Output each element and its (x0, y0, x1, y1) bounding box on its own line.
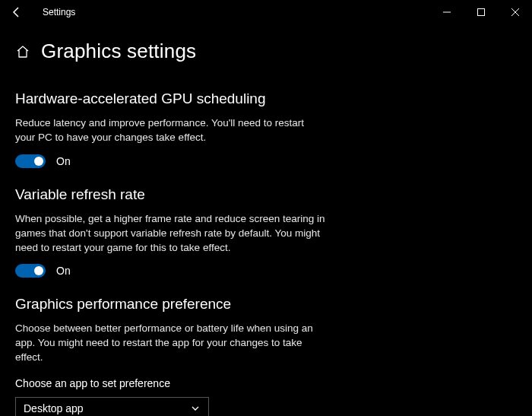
chevron-down-icon (190, 403, 201, 414)
maximize-button[interactable] (464, 0, 498, 24)
app-type-select[interactable]: Desktop app (15, 397, 209, 416)
toggle-knob (34, 266, 43, 275)
home-button[interactable] (15, 44, 30, 59)
select-value: Desktop app (24, 402, 84, 414)
maximize-icon (477, 8, 485, 16)
content: Hardware-accelerated GPU scheduling Redu… (0, 63, 342, 416)
section-description: When possible, get a higher frame rate a… (15, 212, 327, 256)
titlebar: Settings (0, 0, 532, 24)
gpu-scheduling-toggle[interactable] (15, 154, 46, 168)
close-icon (511, 8, 519, 16)
window-title: Settings (43, 7, 75, 17)
minimize-icon (443, 8, 451, 16)
toggle-row: On (15, 264, 327, 278)
page-title: Graphics settings (41, 40, 196, 63)
section-performance-preference: Graphics performance preference Choose b… (15, 296, 327, 416)
page-header: Graphics settings (0, 24, 532, 63)
close-button[interactable] (498, 0, 532, 24)
home-icon (16, 45, 30, 59)
section-title: Graphics performance preference (15, 296, 327, 313)
toggle-label: On (56, 265, 71, 277)
section-variable-refresh: Variable refresh rate When possible, get… (15, 186, 327, 278)
app-select-label: Choose an app to set preference (15, 377, 327, 389)
section-description: Reduce latency and improve performance. … (15, 116, 327, 145)
arrow-left-icon (11, 6, 23, 18)
toggle-knob (34, 157, 43, 166)
section-title: Hardware-accelerated GPU scheduling (15, 91, 327, 107)
svg-rect-0 (477, 9, 484, 16)
toggle-row: On (15, 154, 327, 168)
back-button[interactable] (8, 3, 26, 21)
window-controls (429, 0, 532, 24)
section-title: Variable refresh rate (15, 186, 327, 203)
toggle-label: On (56, 155, 71, 167)
section-gpu-scheduling: Hardware-accelerated GPU scheduling Redu… (15, 91, 327, 168)
minimize-button[interactable] (429, 0, 464, 24)
variable-refresh-toggle[interactable] (15, 264, 46, 278)
section-description: Choose between better performance or bat… (15, 322, 327, 365)
